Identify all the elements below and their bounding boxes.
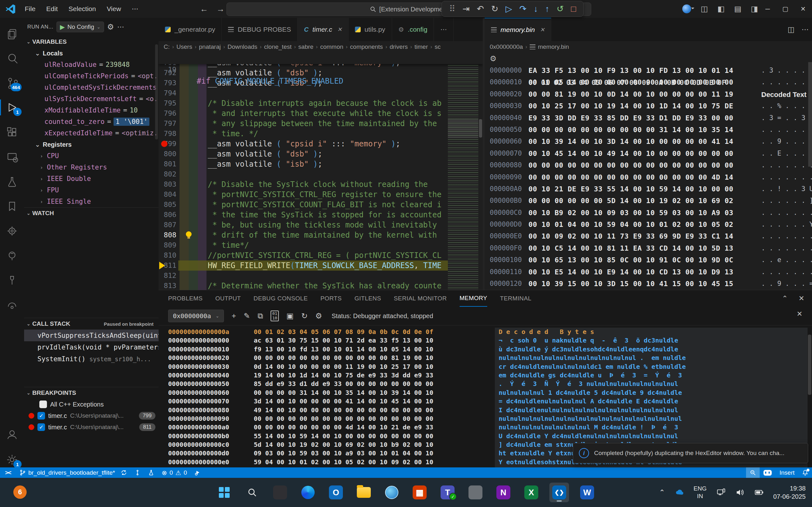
breadcrumb-item[interactable]: clone_test (264, 43, 292, 50)
breadcrumb-item[interactable]: timer (415, 43, 428, 50)
panel-more-icon[interactable]: ⋯ (117, 23, 124, 31)
debug-indicator[interactable] (191, 467, 205, 478)
taskbar-app-excel[interactable]: X (521, 483, 541, 502)
code-line[interactable]: 808 * drift of the time maintained by th… (159, 230, 483, 240)
code-line[interactable]: 795/* Disable interrupts again because t… (159, 98, 483, 108)
taskbar-app-outlook[interactable]: O (326, 483, 346, 502)
register-group[interactable]: ›CPU (24, 150, 159, 162)
nav-forward-icon[interactable]: → (217, 4, 225, 14)
breadcrumb[interactable]: C:›Users›pnataraj›Downloads›clone_test›s… (164, 41, 478, 53)
breadcrumb-item[interactable]: Users (176, 43, 192, 50)
activitybar-item-explorer[interactable] (0, 22, 24, 44)
memory-row[interactable]: 00000000000000b055 14 00 10 59 14 00 10 … (159, 432, 808, 441)
memory-row[interactable]: 00000000000000a000 00 00 00 00 00 00 00 … (159, 423, 808, 432)
locals-group[interactable]: ⌄Locals (24, 48, 159, 59)
code-line[interactable]: 809 * time*/ (159, 240, 483, 250)
language-indicator[interactable]: ENGIN (694, 485, 707, 500)
variable-row[interactable]: ulCompletedSysTickDecrements= (24, 82, 159, 93)
taskbar-app-darkapp[interactable] (270, 483, 290, 502)
code-line[interactable]: 803/* Disable the SysTick clock without … (159, 179, 483, 189)
binary-view-icon[interactable]: 0110 (270, 311, 279, 322)
code-line[interactable]: 813/* Determine whether the SysTick has … (159, 281, 483, 290)
add-address-icon[interactable]: + (232, 312, 236, 320)
hex-row[interactable]: 0000001000 10 05 14 00 10 00 00 00 00 00… (485, 76, 812, 88)
taskbar-clock[interactable]: 19:3807-06-2025 (773, 484, 806, 501)
variable-row[interactable]: xModifiableIdleTime=10 (24, 105, 159, 116)
activitybar-item-accounts[interactable] (0, 424, 24, 446)
tab--generator-py[interactable]: _generator.py (159, 18, 222, 41)
toggle-sidebar-icon[interactable]: ◧ (717, 4, 725, 13)
maximize-button[interactable]: ▢ (776, 0, 794, 18)
sticky-scroll-line[interactable]: 19 #if CONFIG_MODULE_TIMERS_ENABLED (159, 53, 483, 64)
tab-timer-c[interactable]: Ctimer.c✕ (298, 18, 349, 41)
battery-icon[interactable] (754, 488, 764, 497)
activitybar-item-remote-explorer[interactable] (0, 146, 24, 168)
breadcrumb-item[interactable]: drivers (390, 43, 408, 50)
zoom-indicator[interactable] (746, 467, 760, 478)
launch-config-dropdown[interactable]: ▶ No Config ⌄ (56, 21, 104, 32)
memory-settings-gear-icon[interactable]: ⚙ (315, 312, 322, 320)
hex-row[interactable]: 0000002000 00 81 19 00 10 0D 14 00 10 00… (485, 89, 812, 100)
remote-indicator[interactable]: >< (0, 467, 16, 478)
breadcrumb-item[interactable]: C: (164, 43, 170, 50)
problems-summary[interactable]: ⊗0 ⚠0 (158, 467, 191, 478)
taskbar-app-start[interactable] (214, 483, 234, 502)
memory-row[interactable]: 000000000000006000 00 00 00 31 14 00 10 … (159, 389, 808, 397)
tab-debug-probes[interactable]: DEBUG PROBES (222, 18, 298, 41)
code-editor[interactable]: 791__asm volatile ( "cpsie i" ::: "memor… (159, 53, 483, 290)
breadcrumb-item[interactable]: pnataraj (199, 43, 221, 50)
git-branch[interactable]: br_old_drivers_bootloader_tflite* (16, 467, 131, 478)
hex-row[interactable]: 0000010000 10 65 13 00 10 85 0C 00 10 91… (485, 254, 812, 266)
code-line[interactable]: 812 (159, 271, 483, 281)
toggle-panel-icon[interactable]: ▤ (734, 4, 742, 13)
code-line[interactable]: 798 * time. */ (159, 129, 483, 139)
edit-icon[interactable]: ✎ (244, 312, 250, 320)
callstack-section-header[interactable]: ⌄CALL STACK Paused on breakpoint (24, 318, 159, 330)
editor-scrollbar[interactable] (478, 53, 483, 290)
taskbar-app-word[interactable]: W (577, 483, 597, 502)
panel-tab-output[interactable]: OUTPUT (215, 290, 241, 307)
panel-tab-problems[interactable]: PROBLEMS (168, 290, 203, 307)
memory-row[interactable]: 000000000000004019 14 00 10 1d 14 00 10 … (159, 371, 808, 380)
breadcrumb-item[interactable]: 0x0000000a (490, 43, 523, 50)
run-to-cursor-icon[interactable]: ⇥ (462, 5, 470, 13)
callstack-frame[interactable]: SystemInit()system_sr100_h... (24, 353, 159, 365)
breadcrumb-item[interactable]: Downloads (227, 43, 257, 50)
variable-row[interactable]: ulSysTickDecrementsLeft=<o... (24, 93, 159, 105)
copilot-indicator[interactable] (760, 467, 775, 478)
register-group[interactable]: ›Other Registers (24, 162, 159, 173)
panel-tab-memory[interactable]: MEMORY (460, 290, 488, 307)
onedrive-icon[interactable] (675, 488, 684, 497)
tab--[interactable]: ⋯ (434, 18, 454, 41)
taskbar-app-office[interactable]: ▦ (410, 483, 429, 502)
memory-row[interactable]: 00000000000000300d 14 00 10 00 00 00 00 … (159, 362, 808, 371)
cast-icon[interactable] (716, 488, 726, 497)
breakpoint-checkbox[interactable]: ✓ (38, 424, 45, 431)
registers-group[interactable]: ⌄Registers (24, 139, 159, 150)
code-line[interactable]: 799__asm volatile ( "cpsid i" ::: "memor… (159, 139, 483, 149)
hex-row[interactable]: 0000008000 00 00 00 00 00 00 00 00 00 00… (485, 159, 812, 171)
activitybar-item-run-debug[interactable]: 1 (0, 96, 24, 118)
menu-item-view[interactable]: View (102, 4, 125, 14)
hex-row[interactable]: 0000012000 10 39 15 00 10 3D 15 00 10 41… (485, 278, 812, 290)
code-line[interactable]: 805 * portNVIC_SYSTICK_COUNT_FLAG_BIT is… (159, 200, 483, 210)
gitlens-indicator[interactable] (131, 467, 144, 478)
drag-handle-icon[interactable]: ⠿ (449, 5, 455, 13)
taskbar-notification-badge[interactable]: 6 (13, 486, 27, 499)
menu-item-selection[interactable]: Selection (64, 4, 100, 14)
menu-item-file[interactable]: File (20, 4, 40, 14)
tab-close-icon[interactable]: ✕ (540, 26, 545, 33)
memory-row[interactable]: 000000000000002000 00 00 00 00 00 00 00 … (159, 354, 808, 362)
menu-item-edit[interactable]: Edit (42, 4, 62, 14)
breadcrumb-item[interactable]: memory.bin (538, 43, 569, 50)
start-debug-icon[interactable]: ▶ (60, 23, 65, 31)
restart-icon[interactable]: ↺ (557, 5, 564, 13)
panel-scrollbar[interactable] (808, 335, 811, 395)
step-back-icon[interactable]: ↶ (477, 5, 484, 13)
menu-item-⋯[interactable]: ⋯ (128, 4, 143, 14)
hex-row[interactable]: 000000D000 10 01 04 00 10 59 04 00 10 01… (485, 219, 812, 230)
panel-close-icon[interactable]: ✕ (799, 294, 804, 302)
variable-row[interactable]: ulCompleteTickPeriods=<opt... (24, 70, 159, 82)
hex-row[interactable]: 0000006000 10 39 14 00 10 3D 14 00 10 00… (485, 135, 812, 147)
activitybar-item-dev-containers[interactable] (0, 294, 24, 316)
